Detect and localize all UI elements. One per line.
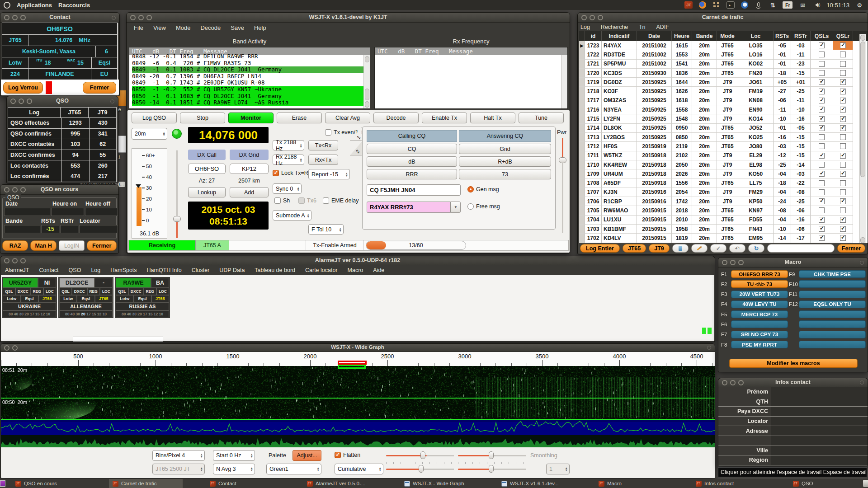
- macro-button[interactable]: 40W LEVY TU: [731, 300, 788, 308]
- window-button-icon[interactable]: [722, 380, 727, 385]
- band-select[interactable]: 20m▲▼: [132, 128, 167, 140]
- infos-value[interactable]: [771, 397, 868, 407]
- alarmejt-menu-item[interactable]: Log: [91, 267, 100, 273]
- macro-button[interactable]: [799, 341, 866, 348]
- macro-button[interactable]: [799, 320, 866, 328]
- qslr-checkbox[interactable]: [840, 79, 846, 85]
- cell-qslr[interactable]: [833, 124, 853, 133]
- col-indicatif[interactable]: Indicatif: [602, 31, 637, 41]
- qsls-checkbox[interactable]: [819, 171, 825, 177]
- rsts-input[interactable]: -15: [41, 225, 59, 233]
- carnet-fermer-button[interactable]: Fermer: [837, 244, 865, 253]
- heure-on-input[interactable]: [51, 208, 84, 216]
- widegraph-titlebar[interactable]: WSJT-X - Wide Graph: [0, 344, 715, 352]
- navg-spinner[interactable]: N Avg 3▲▼: [213, 464, 255, 474]
- mail-icon[interactable]: ✉: [798, 1, 807, 9]
- qsls-checkbox[interactable]: [819, 134, 825, 140]
- qslr-checkbox[interactable]: [840, 61, 846, 67]
- locator-input[interactable]: [79, 225, 118, 233]
- qsls-checkbox[interactable]: [819, 61, 825, 67]
- sync-spinner[interactable]: Sync 0▲▼: [273, 183, 302, 194]
- cell-qslr[interactable]: [833, 41, 853, 50]
- log-entier-button[interactable]: Log Entier: [580, 244, 620, 253]
- log-table-row[interactable]: 1706 R1CBP 20150916 1742 20m JT9 KP50 -2…: [579, 197, 868, 206]
- carnet-scrollbar[interactable]: [859, 34, 866, 244]
- log-verrou-button[interactable]: Log Verrou: [3, 82, 43, 94]
- qsls-checkbox[interactable]: [819, 162, 825, 168]
- cell-qsls[interactable]: [811, 41, 833, 50]
- cell-qsls[interactable]: [811, 151, 833, 160]
- menu-item[interactable]: Decode: [200, 24, 221, 31]
- contact-fermer-button[interactable]: Fermer: [83, 82, 116, 94]
- qsls-checkbox[interactable]: [819, 143, 825, 149]
- macro-button[interactable]: 20W VERT TU73: [731, 291, 788, 298]
- waterfall-display[interactable]: [1, 366, 715, 420]
- alarmejt-menu-item[interactable]: QSO: [69, 267, 81, 273]
- log-table-row[interactable]: 1712 HF0S 20150919 2119 20m JT65 JO80 -0…: [579, 142, 868, 151]
- log-table-row[interactable]: 1707 KJ3N 20150916 2054 20m JT9 FM29 -04…: [579, 188, 868, 197]
- decoded-message-row[interactable]: 0849 -1 0.1 1083 # CQ DL2OCE JO41 German…: [132, 66, 370, 73]
- alarmejt-menu-item[interactable]: Aide: [373, 267, 384, 273]
- distributor-logo-icon[interactable]: [4, 2, 10, 9]
- tx-freq-spinner[interactable]: Tx 2188 Hz▲▼: [273, 140, 304, 150]
- main-action-button[interactable]: Decode: [373, 113, 419, 123]
- cell-qsls[interactable]: [811, 69, 833, 78]
- gen-message-button[interactable]: Grid: [459, 144, 551, 154]
- infos-value[interactable]: [771, 417, 868, 427]
- cell-qsls[interactable]: [811, 178, 833, 188]
- show-desktop-button[interactable]: [0, 479, 5, 488]
- thunderbird-icon[interactable]: [741, 1, 749, 9]
- decoded-message-row[interactable]: 0849 -20 0.7 1396 # DH6FAJ R6FCP LN14: [132, 73, 370, 80]
- log-table-row[interactable]: 1721 SP5PMU 20151002 1541 20m JT65 KO02 …: [579, 60, 868, 69]
- alarmejt-titlebar[interactable]: AlarmeJT ver 0.5.0-UDP-64 r182: [0, 256, 715, 265]
- login-button[interactable]: LogIN: [59, 240, 85, 251]
- alarmejt-menu-item[interactable]: Tableau de bord: [255, 267, 295, 273]
- clock[interactable]: 10:51:13: [826, 2, 849, 9]
- alarmejt-menu-item[interactable]: HamSpots: [110, 267, 137, 273]
- main-action-button[interactable]: Monitor: [228, 113, 274, 123]
- lookup-button[interactable]: Lookup: [188, 187, 226, 197]
- qsls-checkbox[interactable]: [819, 207, 825, 213]
- decoded-message-row[interactable]: 0850 -1 -0.2 552 # CQ UR5ZGY KN57 ~Ukrai…: [132, 86, 370, 93]
- trash-applet-icon[interactable]: [863, 480, 868, 487]
- cell-qsls[interactable]: [811, 169, 833, 178]
- microphone-icon[interactable]: [755, 1, 763, 9]
- contact-titlebar[interactable]: Contact: [0, 13, 119, 23]
- macro-titlebar[interactable]: Macro: [718, 258, 868, 267]
- dx-call-field[interactable]: OH6FSO: [188, 164, 226, 174]
- decoded-message-row[interactable]: 0849 -1 0.7 1743 # 2E0JDF OK1USU R-08: [132, 80, 370, 86]
- window-button-icon[interactable]: [4, 345, 9, 351]
- infos-value[interactable]: [771, 446, 868, 456]
- validate-button[interactable]: ✓: [710, 244, 726, 253]
- macro-button[interactable]: OH6FSO RRR 73: [731, 270, 788, 278]
- cell-qslr[interactable]: [833, 160, 853, 169]
- macro-button[interactable]: CHK TIME PSE: [799, 270, 866, 278]
- log-table-row[interactable]: 1708 A65DF 20150918 1556 20m JT65 LL75 -…: [579, 178, 868, 188]
- cell-qsls[interactable]: [811, 114, 833, 123]
- volume-icon[interactable]: )): [812, 1, 821, 9]
- macro-button[interactable]: [799, 331, 866, 338]
- qslr-checkbox[interactable]: [840, 162, 846, 168]
- mode-combo[interactable]: Cumulative▲▼: [335, 464, 383, 474]
- qsls-checkbox[interactable]: [819, 180, 825, 186]
- log-table-row[interactable]: 1716 N3YEA 20150925 1558 20m JT9 EN90 -1…: [579, 105, 868, 114]
- delete-row-button[interactable]: [672, 244, 689, 253]
- window-menu-icon[interactable]: [707, 346, 711, 350]
- cell-qslr[interactable]: [833, 50, 853, 59]
- qslr-checkbox[interactable]: [840, 42, 846, 48]
- cell-qsls[interactable]: [811, 142, 833, 151]
- alarmejt-menu-item[interactable]: HamQTH Info: [147, 267, 182, 273]
- menu-applications[interactable]: Applications: [17, 2, 52, 9]
- edit-row-button[interactable]: [691, 244, 708, 253]
- cell-qslr[interactable]: [833, 78, 853, 87]
- refresh-button[interactable]: ↻: [748, 244, 764, 253]
- cell-qsls[interactable]: [811, 197, 833, 206]
- firefox-icon[interactable]: [698, 1, 707, 9]
- decoded-message-row[interactable]: 0850 -1 0.1 1083 # CQ DL2OCE JO41 German…: [132, 93, 370, 100]
- taskbar-item[interactable]: AlarmeJT ver 0.5.0-...: [303, 479, 377, 488]
- macro-button[interactable]: TU <N> 73: [731, 280, 788, 288]
- cell-qsls[interactable]: [811, 78, 833, 87]
- log-table-row[interactable]: 1722 RD3TDE 20151002 1553 20m JT65 LO16 …: [579, 50, 868, 59]
- free-msg-radio[interactable]: [467, 203, 474, 210]
- free-message-input[interactable]: CQ F5JMH JN04: [367, 184, 461, 196]
